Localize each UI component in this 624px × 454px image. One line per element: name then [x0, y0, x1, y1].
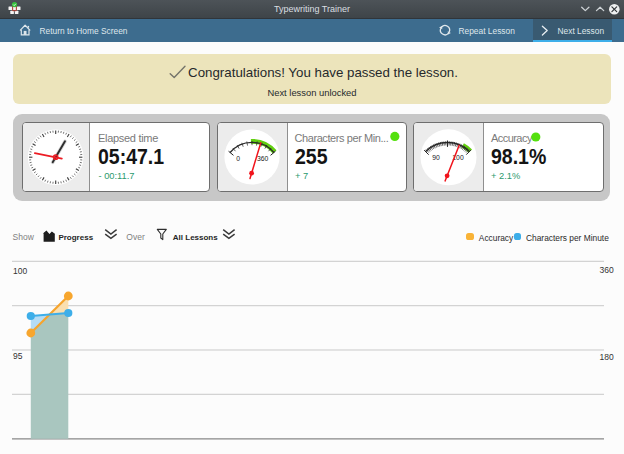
svg-text:180: 180 [600, 352, 614, 362]
svg-text:100: 100 [13, 266, 27, 276]
svg-text:0: 0 [236, 155, 240, 162]
svg-text:90: 90 [432, 154, 440, 161]
svg-text:360: 360 [257, 155, 269, 162]
svg-text:95: 95 [13, 351, 23, 361]
svg-text:360: 360 [600, 265, 614, 275]
